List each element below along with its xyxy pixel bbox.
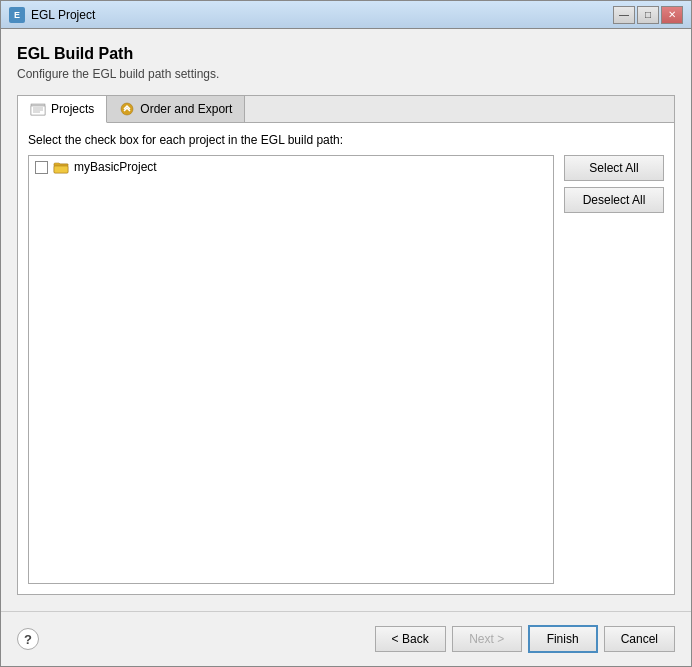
finish-button[interactable]: Finish (528, 625, 598, 653)
projects-list: myBasicProject (28, 155, 554, 584)
deselect-all-button[interactable]: Deselect All (564, 187, 664, 213)
svg-rect-1 (31, 106, 45, 115)
page-subtitle: Configure the EGL build path settings. (17, 67, 675, 81)
tab-description: Select the check box for each project in… (28, 133, 664, 147)
tabs-header: Projects Order and Export (18, 96, 674, 123)
svg-rect-8 (54, 166, 68, 173)
project-name: myBasicProject (74, 160, 157, 174)
minimize-button[interactable]: — (613, 6, 635, 24)
tab-order-export-label: Order and Export (140, 102, 232, 116)
back-button[interactable]: < Back (375, 626, 446, 652)
folder-icon (53, 159, 69, 175)
footer-buttons: < Back Next > Finish Cancel (375, 625, 675, 653)
tab-order-export[interactable]: Order and Export (107, 96, 245, 122)
maximize-button[interactable]: □ (637, 6, 659, 24)
page-title: EGL Build Path (17, 45, 675, 63)
tabs-container: Projects Order and Export Sele (17, 95, 675, 595)
projects-area: myBasicProject Select All Deselect All (28, 155, 664, 584)
main-content: EGL Build Path Configure the EGL build p… (1, 29, 691, 611)
tab-projects-label: Projects (51, 102, 94, 116)
next-button[interactable]: Next > (452, 626, 522, 652)
window-icon: E (9, 7, 25, 23)
footer: ? < Back Next > Finish Cancel (1, 611, 691, 666)
select-all-button[interactable]: Select All (564, 155, 664, 181)
close-button[interactable]: ✕ (661, 6, 683, 24)
side-buttons: Select All Deselect All (564, 155, 664, 584)
help-button[interactable]: ? (17, 628, 39, 650)
window-title: EGL Project (31, 8, 613, 22)
title-controls: — □ ✕ (613, 6, 683, 24)
project-checkbox[interactable] (35, 161, 48, 174)
tab-body: Select the check box for each project in… (18, 123, 674, 594)
order-export-tab-icon (119, 101, 135, 117)
tab-projects[interactable]: Projects (18, 96, 107, 123)
title-bar: E EGL Project — □ ✕ (1, 1, 691, 29)
cancel-button[interactable]: Cancel (604, 626, 675, 652)
projects-tab-icon (30, 101, 46, 117)
list-item[interactable]: myBasicProject (29, 156, 553, 178)
window: E EGL Project — □ ✕ EGL Build Path Confi… (0, 0, 692, 667)
